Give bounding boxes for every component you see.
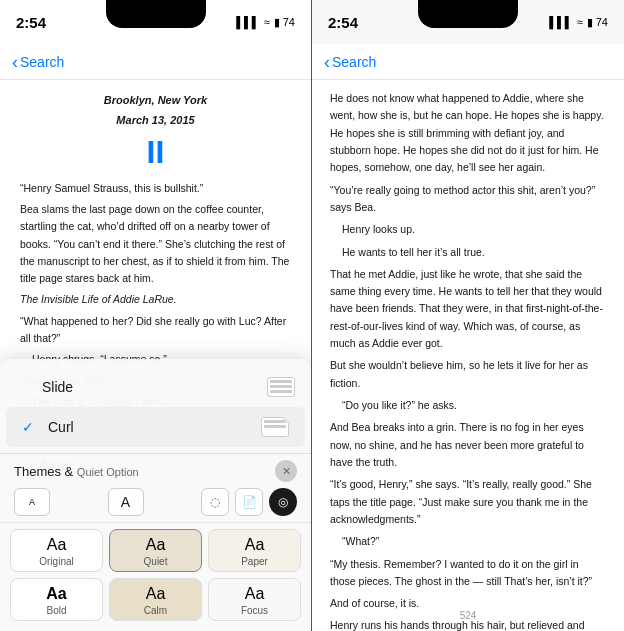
book-date: March 13, 2015 bbox=[20, 112, 291, 130]
themes-bar: Themes & Quiet Option ✕ A A ◌ 📄 ◎ Aa Ori bbox=[0, 453, 311, 631]
left-screen: 2:54 ▌▌▌ ≈ ▮ 74 ‹ Search Brooklyn, New Y… bbox=[0, 0, 311, 631]
theme-calm-text: Aa bbox=[114, 585, 197, 603]
notch bbox=[106, 0, 206, 28]
theme-focus-text: Aa bbox=[213, 585, 296, 603]
right-nav-back-label: Search bbox=[332, 54, 376, 70]
theme-quiet[interactable]: Aa Quiet bbox=[109, 529, 202, 572]
right-para-1: “You’re really going to method actor thi… bbox=[330, 182, 606, 217]
curl-check: ✓ bbox=[22, 419, 38, 435]
left-nav-back-label: Search bbox=[20, 54, 64, 70]
right-phone: 2:54 ▌▌▌ ≈ ▮ 74 ‹ Search He does not kno… bbox=[312, 0, 624, 631]
font-large-button[interactable]: A bbox=[108, 488, 144, 516]
themes-close-button[interactable]: ✕ bbox=[275, 460, 297, 482]
right-nav-bar: ‹ Search bbox=[312, 44, 624, 80]
theme-focus[interactable]: Aa Focus bbox=[208, 578, 301, 621]
theme-paper-label: Paper bbox=[213, 556, 296, 567]
font-size-row: A A ◌ 📄 ◎ bbox=[0, 486, 311, 523]
right-para-5: But she wouldn’t believe him, so he lets… bbox=[330, 357, 606, 392]
left-status-time: 2:54 bbox=[16, 14, 46, 31]
right-para-4: That he met Addie, just like he wrote, t… bbox=[330, 266, 606, 353]
right-signal-icon: ▌▌▌ bbox=[549, 16, 572, 28]
themes-header: Themes & Quiet Option ✕ bbox=[0, 454, 311, 486]
right-book-content: He does not know what happened to Addie,… bbox=[312, 80, 624, 631]
theme-paper-text: Aa bbox=[213, 536, 296, 554]
theme-original-text: Aa bbox=[15, 536, 98, 554]
font-controls: ◌ 📄 ◎ bbox=[201, 488, 297, 516]
left-status-icons: ▌▌▌ ≈ ▮ 74 bbox=[236, 16, 295, 29]
font-type-button[interactable]: ◌ bbox=[201, 488, 229, 516]
theme-calm-label: Calm bbox=[114, 605, 197, 616]
scroll-option-curl[interactable]: ✓ Curl bbox=[6, 407, 305, 447]
theme-bold[interactable]: Aa Bold bbox=[10, 578, 103, 621]
book-chapter: II bbox=[20, 133, 291, 171]
themes-subtitle: Quiet Option bbox=[77, 466, 139, 478]
book-para-0: “Henry Samuel Strauss, this is bullshit.… bbox=[20, 180, 291, 197]
font-small-button[interactable]: A bbox=[14, 488, 50, 516]
right-para-2: Henry looks up. bbox=[330, 221, 606, 238]
theme-quiet-text: Aa bbox=[114, 536, 197, 554]
theme-focus-label: Focus bbox=[213, 605, 296, 616]
app-container: 2:54 ▌▌▌ ≈ ▮ 74 ‹ Search Brooklyn, New Y… bbox=[0, 0, 624, 631]
right-para-9: “What?” bbox=[330, 533, 606, 550]
theme-grid: Aa Original Aa Quiet Aa Paper Aa Bold bbox=[0, 523, 311, 631]
right-para-3: He wants to tell her it’s all true. bbox=[330, 244, 606, 261]
wifi-icon: ≈ bbox=[264, 16, 270, 28]
right-status-time: 2:54 bbox=[328, 14, 358, 31]
font-page-button[interactable]: 📄 bbox=[235, 488, 263, 516]
left-nav-bar: ‹ Search bbox=[0, 44, 311, 80]
left-back-button[interactable]: ‹ Search bbox=[12, 53, 64, 71]
book-para-1: Bea slams the last page down on the coff… bbox=[20, 201, 291, 288]
right-para-7: And Bea breaks into a grin. There is no … bbox=[330, 419, 606, 471]
back-arrow-icon: ‹ bbox=[12, 53, 18, 71]
signal-icon: ▌▌▌ bbox=[236, 16, 259, 28]
scroll-option-slide[interactable]: Slide bbox=[0, 367, 311, 407]
theme-bold-text: Aa bbox=[15, 585, 98, 603]
book-location: Brooklyn, New York bbox=[20, 92, 291, 110]
eye-button[interactable]: ◎ bbox=[269, 488, 297, 516]
battery-icon: ▮ 74 bbox=[274, 16, 295, 29]
themes-title: Themes & Quiet Option bbox=[14, 464, 139, 479]
right-para-6: “Do you like it?” he asks. bbox=[330, 397, 606, 414]
left-phone: 2:54 ▌▌▌ ≈ ▮ 74 ‹ Search Brooklyn, New Y… bbox=[0, 0, 312, 631]
theme-original[interactable]: Aa Original bbox=[10, 529, 103, 572]
theme-bold-label: Bold bbox=[15, 605, 98, 616]
right-status-icons: ▌▌▌ ≈ ▮ 74 bbox=[549, 16, 608, 29]
page-number: 524 bbox=[460, 610, 477, 621]
theme-calm[interactable]: Aa Calm bbox=[109, 578, 202, 621]
right-notch bbox=[418, 0, 518, 28]
right-back-arrow-icon: ‹ bbox=[324, 53, 330, 71]
right-wifi-icon: ≈ bbox=[577, 16, 583, 28]
right-para-10: “My thesis. Remember? I wanted to do it … bbox=[330, 556, 606, 591]
curl-icon bbox=[261, 417, 289, 437]
right-battery-icon: ▮ 74 bbox=[587, 16, 608, 29]
book-para-2: The Invisible Life of Addie LaRue. bbox=[20, 291, 291, 308]
theme-original-label: Original bbox=[15, 556, 98, 567]
right-screen: 2:54 ▌▌▌ ≈ ▮ 74 ‹ Search He does not kno… bbox=[312, 0, 624, 631]
right-para-0: He does not know what happened to Addie,… bbox=[330, 90, 606, 177]
theme-quiet-label: Quiet bbox=[114, 556, 197, 567]
slide-icon bbox=[267, 377, 295, 397]
right-para-8: “It’s good, Henry,” she says. “It’s real… bbox=[330, 476, 606, 528]
book-para-3: “What happened to her? Did she really go… bbox=[20, 313, 291, 348]
right-back-button[interactable]: ‹ Search bbox=[324, 53, 376, 71]
slide-label: Slide bbox=[42, 379, 73, 395]
curl-label: Curl bbox=[48, 419, 74, 435]
theme-paper[interactable]: Aa Paper bbox=[208, 529, 301, 572]
